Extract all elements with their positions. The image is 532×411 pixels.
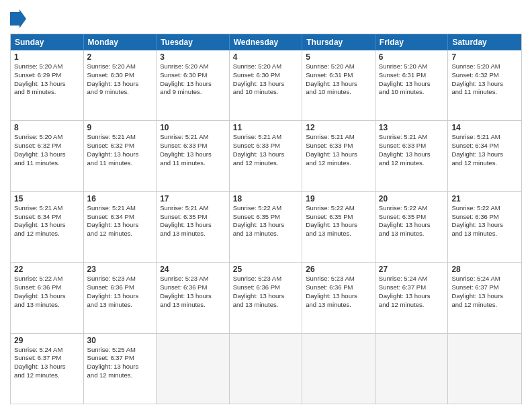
cell-line: and 13 minutes. bbox=[233, 230, 299, 238]
cell-line: Sunset: 6:30 PM bbox=[87, 71, 153, 80]
calendar-cell: 4Sunrise: 5:20 AMSunset: 6:30 PMDaylight… bbox=[230, 50, 303, 120]
cell-line: Sunrise: 5:20 AM bbox=[14, 62, 80, 71]
cell-line: Sunrise: 5:23 AM bbox=[160, 275, 226, 283]
cell-line: and 12 minutes. bbox=[379, 159, 445, 168]
cell-line: Sunrise: 5:21 AM bbox=[451, 133, 518, 142]
calendar-cell: 21Sunrise: 5:22 AMSunset: 6:36 PMDayligh… bbox=[448, 192, 521, 262]
calendar-cell: 8Sunrise: 5:20 AMSunset: 6:32 PMDaylight… bbox=[11, 121, 84, 191]
cell-line: and 13 minutes. bbox=[306, 230, 371, 238]
cell-line: and 13 minutes. bbox=[14, 301, 80, 310]
cell-line: Sunset: 6:36 PM bbox=[233, 283, 299, 292]
calendar-cell: 1Sunrise: 5:20 AMSunset: 6:29 PMDaylight… bbox=[11, 50, 84, 120]
cell-line: Sunrise: 5:24 AM bbox=[14, 346, 80, 355]
cell-line: Sunrise: 5:20 AM bbox=[14, 133, 80, 142]
cell-line: Daylight: 13 hours bbox=[306, 292, 371, 301]
calendar-cell: 28Sunrise: 5:24 AMSunset: 6:37 PMDayligh… bbox=[448, 263, 521, 332]
calendar-cell: 9Sunrise: 5:21 AMSunset: 6:32 PMDaylight… bbox=[84, 121, 157, 191]
cell-line: Daylight: 13 hours bbox=[451, 221, 518, 230]
cell-line: and 13 minutes. bbox=[306, 301, 371, 310]
calendar-row: 29Sunrise: 5:24 AMSunset: 6:37 PMDayligh… bbox=[11, 333, 521, 404]
calendar-cell: 6Sunrise: 5:20 AMSunset: 6:31 PMDaylight… bbox=[375, 50, 449, 120]
cell-line: Sunset: 6:31 PM bbox=[306, 71, 371, 80]
cell-line: Daylight: 13 hours bbox=[379, 221, 445, 230]
calendar-cell bbox=[375, 334, 449, 404]
day-number: 22 bbox=[14, 265, 80, 274]
cell-line: Sunrise: 5:22 AM bbox=[379, 204, 445, 213]
cell-line: and 12 minutes. bbox=[451, 301, 518, 310]
calendar-cell: 14Sunrise: 5:21 AMSunset: 6:34 PMDayligh… bbox=[448, 121, 521, 191]
calendar-cell: 26Sunrise: 5:23 AMSunset: 6:36 PMDayligh… bbox=[302, 263, 375, 332]
cell-line: Sunset: 6:34 PM bbox=[451, 142, 518, 150]
day-number: 12 bbox=[306, 123, 371, 132]
cell-line: and 12 minutes. bbox=[87, 230, 153, 238]
day-number: 4 bbox=[233, 52, 299, 62]
day-number: 17 bbox=[160, 194, 226, 203]
cell-line: and 13 minutes. bbox=[379, 230, 445, 238]
day-number: 19 bbox=[306, 194, 371, 203]
cell-line: Sunset: 6:36 PM bbox=[87, 283, 153, 292]
calendar-header-cell: Sunday bbox=[11, 34, 84, 50]
cell-line: Sunset: 6:36 PM bbox=[14, 283, 80, 292]
cell-line: Sunset: 6:35 PM bbox=[306, 213, 371, 222]
cell-line: Daylight: 13 hours bbox=[306, 150, 371, 159]
calendar-cell: 11Sunrise: 5:21 AMSunset: 6:33 PMDayligh… bbox=[230, 121, 303, 191]
cell-line: and 13 minutes. bbox=[160, 301, 226, 310]
cell-line: Sunset: 6:37 PM bbox=[87, 354, 153, 363]
calendar-row: 8Sunrise: 5:20 AMSunset: 6:32 PMDaylight… bbox=[11, 120, 521, 191]
calendar-header-cell: Saturday bbox=[448, 34, 521, 50]
day-number: 21 bbox=[451, 194, 518, 203]
cell-line: Sunrise: 5:21 AM bbox=[87, 204, 153, 213]
cell-line: and 12 minutes. bbox=[451, 159, 518, 168]
cell-line: Sunrise: 5:24 AM bbox=[379, 275, 445, 283]
cell-line: Daylight: 13 hours bbox=[14, 150, 80, 159]
cell-line: Sunset: 6:30 PM bbox=[233, 71, 299, 80]
calendar-cell: 15Sunrise: 5:21 AMSunset: 6:34 PMDayligh… bbox=[11, 192, 84, 262]
cell-line: Sunrise: 5:22 AM bbox=[306, 204, 371, 213]
cell-line: Daylight: 13 hours bbox=[306, 221, 371, 230]
calendar-cell: 17Sunrise: 5:21 AMSunset: 6:35 PMDayligh… bbox=[157, 192, 230, 262]
cell-line: Daylight: 13 hours bbox=[14, 80, 80, 89]
day-number: 5 bbox=[306, 52, 371, 62]
cell-line: and 12 minutes. bbox=[306, 159, 371, 168]
calendar-cell: 27Sunrise: 5:24 AMSunset: 6:37 PMDayligh… bbox=[375, 263, 449, 332]
calendar-header-cell: Friday bbox=[375, 34, 449, 50]
cell-line: Sunset: 6:35 PM bbox=[379, 213, 445, 222]
cell-line: Sunrise: 5:20 AM bbox=[379, 62, 445, 71]
calendar-cell: 12Sunrise: 5:21 AMSunset: 6:33 PMDayligh… bbox=[302, 121, 375, 191]
day-number: 6 bbox=[379, 52, 445, 62]
cell-line: Sunset: 6:37 PM bbox=[14, 354, 80, 363]
logo bbox=[10, 9, 29, 28]
cell-line: Sunset: 6:35 PM bbox=[233, 213, 299, 222]
cell-line: and 8 minutes. bbox=[14, 88, 80, 97]
calendar-header-cell: Tuesday bbox=[157, 34, 230, 50]
cell-line: Sunrise: 5:21 AM bbox=[160, 133, 226, 142]
cell-line: Daylight: 13 hours bbox=[87, 292, 153, 301]
cell-line: Sunrise: 5:20 AM bbox=[306, 62, 371, 71]
day-number: 24 bbox=[160, 265, 226, 274]
cell-line: Sunrise: 5:20 AM bbox=[451, 62, 518, 71]
day-number: 7 bbox=[451, 52, 518, 62]
day-number: 8 bbox=[14, 123, 80, 132]
calendar-header: SundayMondayTuesdayWednesdayThursdayFrid… bbox=[11, 34, 521, 50]
day-number: 2 bbox=[87, 52, 153, 62]
cell-line: and 13 minutes. bbox=[451, 230, 518, 238]
cell-line: and 13 minutes. bbox=[160, 230, 226, 238]
day-number: 9 bbox=[87, 123, 153, 132]
cell-line: Sunset: 6:33 PM bbox=[379, 142, 445, 150]
calendar-cell: 20Sunrise: 5:22 AMSunset: 6:35 PMDayligh… bbox=[375, 192, 449, 262]
cell-line: Sunrise: 5:23 AM bbox=[233, 275, 299, 283]
day-number: 14 bbox=[451, 123, 518, 132]
cell-line: Sunrise: 5:21 AM bbox=[14, 204, 80, 213]
cell-line: Sunrise: 5:25 AM bbox=[87, 346, 153, 355]
cell-line: Daylight: 13 hours bbox=[160, 150, 226, 159]
day-number: 10 bbox=[160, 123, 226, 132]
calendar-cell: 23Sunrise: 5:23 AMSunset: 6:36 PMDayligh… bbox=[84, 263, 157, 332]
cell-line: Sunset: 6:35 PM bbox=[160, 213, 226, 222]
cell-line: Daylight: 13 hours bbox=[379, 80, 445, 89]
cell-line: Daylight: 13 hours bbox=[14, 363, 80, 371]
cell-line: Sunrise: 5:22 AM bbox=[451, 204, 518, 213]
cell-line: Daylight: 13 hours bbox=[160, 292, 226, 301]
cell-line: and 12 minutes. bbox=[87, 371, 153, 380]
cell-line: and 13 minutes. bbox=[87, 301, 153, 310]
cell-line: and 9 minutes. bbox=[160, 88, 226, 97]
